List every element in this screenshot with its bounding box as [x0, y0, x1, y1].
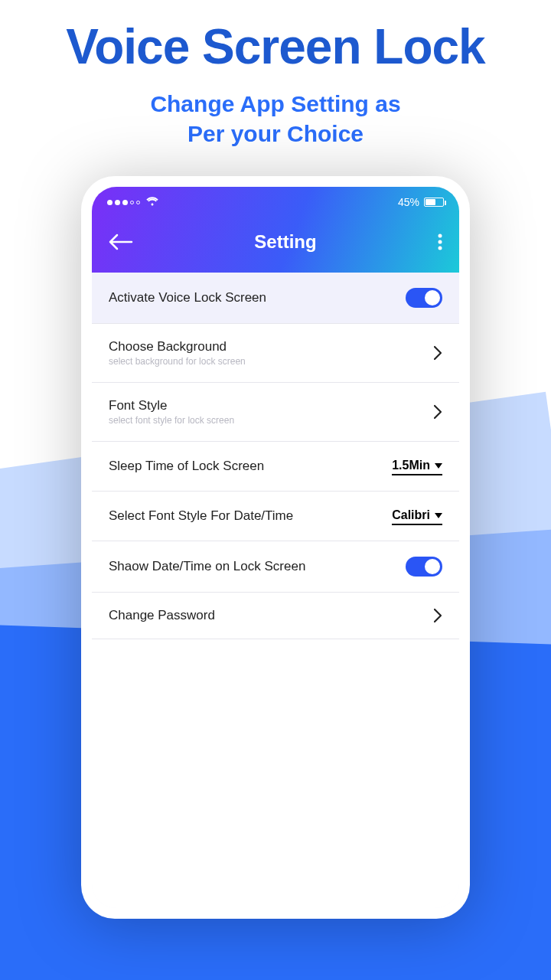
dropdown-value: 1.5Min [392, 459, 430, 472]
setting-label: Shaow Date/Time on Lock Screen [109, 559, 305, 574]
setting-choose-background[interactable]: Choose Background select background for … [92, 324, 459, 383]
battery-percentage: 45% [398, 196, 419, 208]
chevron-right-icon [433, 345, 442, 361]
promo-subtitle: Change App Setting as Per your Choice [150, 89, 400, 149]
chevron-right-icon [433, 404, 442, 420]
svg-point-0 [438, 234, 442, 238]
setting-font-style[interactable]: Font Style select font style for lock sc… [92, 383, 459, 442]
setting-label: Select Font Style For Date/Time [109, 508, 293, 524]
setting-show-datetime[interactable]: Shaow Date/Time on Lock Screen [92, 541, 459, 593]
caret-down-icon [435, 463, 442, 469]
setting-label: Choose Background [109, 339, 246, 354]
svg-point-2 [438, 247, 442, 250]
setting-sublabel: select background for lock screen [109, 356, 246, 367]
setting-sleep-time[interactable]: Sleep Time of Lock Screen 1.5Min [92, 442, 459, 492]
setting-change-password[interactable]: Change Password [92, 593, 459, 639]
wifi-icon [146, 196, 158, 208]
setting-label: Sleep Time of Lock Screen [109, 459, 264, 474]
status-bar: 45% [92, 187, 459, 214]
signal-dots-icon [107, 200, 140, 205]
toggle-switch[interactable] [406, 557, 442, 577]
svg-point-1 [438, 240, 442, 244]
kebab-menu-icon[interactable] [438, 234, 442, 250]
chevron-right-icon [433, 608, 442, 623]
setting-label: Change Password [109, 608, 215, 623]
toggle-switch[interactable] [406, 288, 442, 308]
caret-down-icon [435, 513, 442, 518]
back-arrow-icon[interactable] [109, 234, 133, 250]
page-title: Setting [254, 231, 316, 253]
phone-frame: 45% Setting [81, 176, 470, 919]
battery-icon [424, 198, 444, 207]
setting-date-font[interactable]: Select Font Style For Date/Time Calibri [92, 492, 459, 541]
app-header: 45% Setting [92, 187, 459, 273]
setting-sublabel: select font style for lock screen [109, 415, 234, 426]
setting-activate-voice-lock[interactable]: Activate Voice Lock Screen [92, 273, 459, 324]
setting-label: Activate Voice Lock Screen [109, 290, 266, 305]
phone-screen: 45% Setting [92, 187, 459, 908]
dropdown-value: Calibri [392, 508, 430, 522]
setting-label: Font Style [109, 398, 234, 413]
date-font-dropdown[interactable]: Calibri [392, 507, 442, 525]
promo-title: Voice Screen Lock [66, 18, 484, 75]
sleep-time-dropdown[interactable]: 1.5Min [392, 457, 442, 475]
settings-list: Activate Voice Lock Screen Choose Backgr… [92, 273, 459, 908]
